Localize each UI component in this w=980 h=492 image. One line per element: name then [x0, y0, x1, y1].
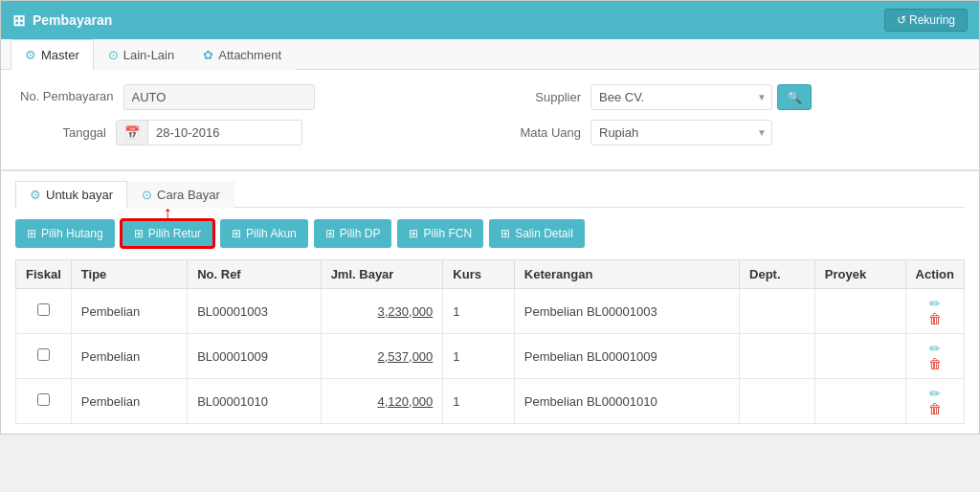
pilih-hutang-icon: ⊞ — [27, 227, 36, 240]
col-proyek: Proyek — [814, 260, 905, 289]
tanggal-value: 28-10-2016 — [148, 121, 301, 145]
pilih-akun-icon: ⊞ — [232, 227, 241, 240]
row2-fiskal — [16, 334, 72, 379]
row1-action: ✏ 🗑 — [905, 289, 964, 334]
mata-uang-label: Mata Uang — [504, 125, 581, 140]
main-tabs: ⚙ Master ⊙ Lain-Lain ✿ Attachment — [1, 39, 979, 70]
table-row: Pembelian BL00001003 3,230,000 1 Pembeli… — [16, 289, 965, 334]
row3-delete-button[interactable]: 🗑 — [925, 401, 945, 416]
pilih-akun-label: Pilih Akun — [246, 227, 297, 240]
col-tipe: Tipe — [71, 260, 187, 289]
row3-kurs: 1 — [443, 379, 515, 424]
mata-uang-select[interactable]: Rupiah — [590, 120, 772, 145]
col-action: Action — [905, 260, 964, 289]
data-table: Fiskal Tipe No. Ref Jml. Bayar Kurs Kete… — [15, 259, 965, 424]
supplier-search-button[interactable]: 🔍 — [777, 84, 812, 110]
lain-lain-tab-label: Lain-Lain — [123, 48, 175, 62]
pilih-retur-wrapper: ↑ ⊞ Pilih Retur — [121, 219, 214, 248]
master-tab-label: Master — [41, 48, 79, 62]
attachment-tab-label: Attachment — [218, 48, 281, 62]
row3-tipe: Pembelian — [71, 379, 187, 424]
rekuring-button[interactable]: ↺ Rekuring — [884, 9, 968, 32]
table-header-row: Fiskal Tipe No. Ref Jml. Bayar Kurs Kete… — [16, 260, 965, 289]
date-input-wrapper: 📅 28-10-2016 — [116, 120, 302, 145]
row1-kurs: 1 — [443, 289, 515, 334]
row3-checkbox[interactable] — [37, 393, 50, 406]
pilih-fcn-icon: ⊞ — [409, 227, 418, 240]
table-row: Pembelian BL00001009 2,537,000 1 Pembeli… — [16, 334, 965, 379]
row3-fiskal — [16, 379, 72, 424]
tab-lain-lain[interactable]: ⊙ Lain-Lain — [94, 39, 189, 70]
row2-tipe: Pembelian — [71, 334, 187, 379]
row2-proyek — [814, 334, 905, 379]
row2-dept — [740, 334, 815, 379]
sub-tab-cara-bayar[interactable]: ⊙ Cara Bayar — [127, 181, 234, 208]
mata-uang-row: Mata Uang Rupiah ▼ — [504, 120, 960, 145]
app-icon: ⊞ — [12, 11, 25, 30]
no-pembayaran-input[interactable] — [123, 84, 315, 110]
pilih-hutang-label: Pilih Hutang — [41, 227, 103, 240]
no-pembayaran-label: No. Pembayaran — [20, 89, 114, 105]
tanggal-label: Tanggal — [20, 125, 106, 140]
sub-tab-untuk-bayar[interactable]: ⚙ Untuk bayar — [15, 181, 127, 208]
pilih-hutang-button[interactable]: ⊞ Pilih Hutang — [15, 219, 115, 248]
row2-no-ref: BL00001009 — [188, 334, 321, 379]
title-bar-left: ⊞ Pembayaran — [12, 11, 112, 30]
row2-jml-bayar: 2,537,000 — [321, 334, 443, 379]
salin-detail-label: Salin Detail — [515, 227, 573, 240]
row1-no-ref: BL00001003 — [188, 289, 321, 334]
cara-bayar-icon: ⊙ — [142, 188, 152, 202]
col-no-ref: No. Ref — [188, 260, 321, 289]
row3-jml-bayar: 4,120,000 — [321, 379, 443, 424]
attachment-tab-icon: ✿ — [203, 48, 213, 62]
row3-dept — [740, 379, 815, 424]
calendar-icon[interactable]: 📅 — [117, 121, 148, 145]
tab-attachment[interactable]: ✿ Attachment — [189, 39, 296, 70]
mata-uang-select-wrapper: Rupiah ▼ — [590, 120, 772, 145]
row2-checkbox[interactable] — [37, 348, 50, 361]
title-bar: ⊞ Pembayaran ↺ Rekuring — [1, 1, 979, 39]
col-kurs: Kurs — [443, 260, 515, 289]
row1-checkbox[interactable] — [37, 303, 50, 316]
salin-detail-button[interactable]: ⊞ Salin Detail — [489, 219, 585, 248]
row1-edit-button[interactable]: ✏ — [926, 296, 944, 311]
no-pembayaran-row: No. Pembayaran — [20, 84, 476, 110]
pilih-fcn-label: Pilih FCN — [423, 227, 472, 240]
row2-action: ✏ 🗑 — [905, 334, 964, 379]
sub-tabs: ⚙ Untuk bayar ⊙ Cara Bayar — [15, 181, 965, 208]
pilih-dp-label: Pilih DP — [340, 227, 381, 240]
bottom-section: ⚙ Untuk bayar ⊙ Cara Bayar ⊞ Pilih Hutan… — [1, 171, 979, 434]
arrow-annotation: ↑ — [163, 202, 172, 224]
pilih-fcn-button[interactable]: ⊞ Pilih FCN — [397, 219, 483, 248]
master-tab-icon: ⚙ — [25, 48, 36, 62]
pilih-retur-icon: ⊞ — [134, 227, 144, 240]
row1-tipe: Pembelian — [71, 289, 187, 334]
lain-lain-tab-icon: ⊙ — [108, 48, 119, 62]
supplier-label: Supplier — [504, 90, 581, 104]
cara-bayar-label: Cara Bayar — [157, 188, 220, 202]
tanggal-row: Tanggal 📅 28-10-2016 — [20, 120, 476, 145]
pilih-akun-button[interactable]: ⊞ Pilih Akun — [220, 219, 308, 248]
row3-no-ref: BL00001010 — [188, 379, 321, 424]
row2-kurs: 1 — [443, 334, 515, 379]
row1-delete-button[interactable]: 🗑 — [925, 311, 945, 326]
tab-master[interactable]: ⚙ Master — [11, 39, 94, 70]
supplier-select[interactable]: Bee CV. — [590, 84, 772, 110]
col-jml-bayar: Jml. Bayar — [321, 260, 443, 289]
pilih-dp-button[interactable]: ⊞ Pilih DP — [314, 219, 392, 248]
row1-keterangan: Pembelian BL00001003 — [514, 289, 739, 334]
row3-keterangan: Pembelian BL00001010 — [514, 379, 739, 424]
row3-proyek — [814, 379, 905, 424]
col-dept: Dept. — [740, 260, 815, 289]
row2-delete-button[interactable]: 🗑 — [925, 356, 945, 371]
supplier-select-wrapper: Bee CV. ▼ — [590, 84, 772, 110]
row1-fiskal — [16, 289, 72, 334]
untuk-bayar-label: Untuk bayar — [46, 188, 113, 202]
row3-edit-button[interactable]: ✏ — [926, 386, 944, 401]
action-buttons-row: ⊞ Pilih Hutang ↑ ⊞ Pilih Retur ⊞ Pilih A… — [15, 219, 965, 248]
table-row: Pembelian BL00001010 4,120,000 1 Pembeli… — [16, 379, 965, 424]
app-title: Pembayaran — [33, 12, 112, 28]
untuk-bayar-icon: ⚙ — [30, 188, 41, 202]
pilih-dp-icon: ⊞ — [325, 227, 335, 240]
row2-edit-button[interactable]: ✏ — [926, 341, 944, 356]
